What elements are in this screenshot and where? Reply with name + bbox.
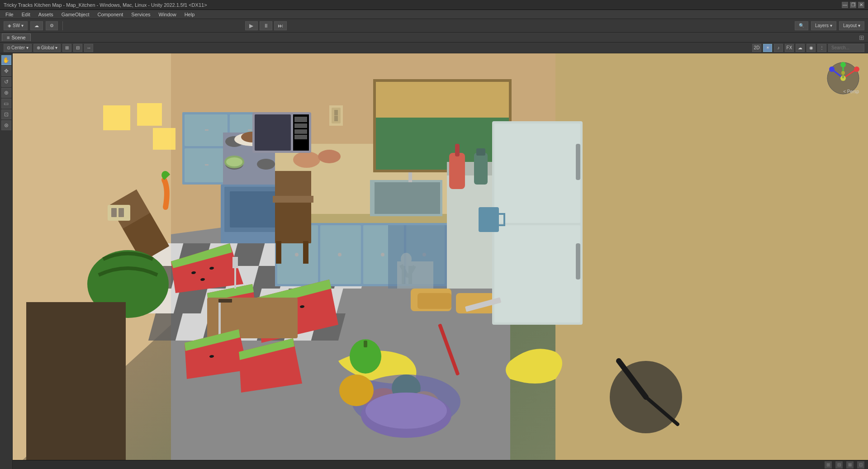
layers-button[interactable]: Layers ▾: [811, 21, 836, 30]
svg-rect-132: [474, 153, 488, 185]
svg-point-160: [365, 393, 447, 429]
scale-tool-button[interactable]: ⊕: [1, 88, 11, 98]
status-icon-3[interactable]: ⊠: [846, 461, 854, 469]
scene-toolbar-right: 2D ☀ ♪ FX ☁ ◉ ⋮: [752, 44, 864, 52]
hand-tool-button[interactable]: ✋: [1, 55, 11, 65]
svg-rect-156: [294, 135, 307, 139]
svg-rect-115: [111, 208, 117, 217]
fx-button[interactable]: FX: [785, 44, 794, 52]
svg-rect-94: [218, 300, 221, 336]
svg-rect-72: [375, 95, 510, 99]
move-tool-button[interactable]: ✥: [1, 66, 11, 76]
menu-assets[interactable]: Assets: [35, 11, 57, 18]
move-button[interactable]: ↔: [84, 44, 93, 52]
scene-viewport[interactable]: < Persp ⊞ ⊟ ⊠ ⊡: [13, 53, 868, 469]
scene-canvas: < Persp: [13, 53, 868, 469]
svg-point-137: [318, 150, 341, 163]
menu-file[interactable]: File: [2, 11, 17, 18]
menu-services[interactable]: Services: [128, 11, 154, 18]
transform-tool-button[interactable]: ⊡: [1, 109, 11, 119]
menu-edit[interactable]: Edit: [18, 11, 34, 18]
cloud-button[interactable]: ☁: [30, 21, 43, 30]
layers-label: Layers: [815, 23, 829, 28]
play-icon: ▶: [249, 23, 253, 29]
scene-toolbar-left: ⊙ Center ▾ ⊕ Global ▾ ⊞ ⊟ ↔: [4, 44, 93, 52]
search-icon: 🔍: [799, 23, 804, 28]
rotate-tool-button[interactable]: ↺: [1, 77, 11, 87]
status-icon-2[interactable]: ⊟: [835, 461, 843, 469]
more-button[interactable]: ⋮: [817, 44, 826, 52]
play-button[interactable]: ▶: [245, 21, 258, 30]
menu-component[interactable]: Component: [94, 11, 127, 18]
menu-bar: File Edit Assets GameObject Component Se…: [0, 10, 868, 19]
maximize-button[interactable]: ❐: [850, 2, 856, 8]
center-dropdown[interactable]: ⊙ Center ▾: [4, 44, 32, 52]
2d-button[interactable]: 2D: [752, 44, 761, 52]
main-toolbar: ◈ SW ▾ ☁ ⚙ ▶ ⏸ ⏭ 🔍 Layers ▾ Layout ▾: [0, 19, 868, 33]
cloud-icon: ☁: [34, 23, 39, 28]
menu-gameobject[interactable]: GameObject: [58, 11, 93, 18]
svg-rect-128: [494, 123, 580, 223]
layout-label: Layout: [843, 23, 857, 28]
search-button[interactable]: 🔍: [795, 21, 808, 30]
svg-rect-134: [479, 207, 499, 232]
svg-rect-84: [273, 196, 313, 203]
pause-button[interactable]: ⏸: [260, 21, 272, 30]
svg-rect-145: [153, 128, 175, 150]
scene-tab-expand-icon[interactable]: ⊞: [857, 34, 866, 41]
pause-icon: ⏸: [263, 23, 269, 29]
svg-point-136: [293, 152, 320, 168]
scene-svg: [13, 53, 868, 469]
audio-button[interactable]: ♪: [774, 44, 783, 52]
menu-help[interactable]: Help: [181, 11, 199, 18]
svg-rect-148: [334, 110, 338, 115]
svg-rect-106: [417, 293, 451, 309]
lighting-button[interactable]: ☀: [763, 44, 772, 52]
gizmos-icon: ◉: [809, 45, 813, 50]
svg-rect-74: [375, 104, 510, 109]
status-icon-4[interactable]: ⊡: [857, 461, 864, 469]
svg-rect-65: [375, 182, 440, 214]
scale-icon: ⊕: [4, 90, 9, 96]
gizmo-widget: < Persp: [825, 60, 861, 96]
title-text: Tricky Tracks Kitchen Map - Map_Kitchen …: [4, 2, 207, 8]
step-button[interactable]: ⏭: [274, 21, 287, 30]
svg-point-52: [226, 157, 242, 166]
close-button[interactable]: ✕: [858, 2, 864, 8]
svg-point-140: [339, 374, 374, 406]
snap-button[interactable]: ⊟: [73, 44, 82, 52]
custom-tool-button[interactable]: ⊛: [1, 120, 11, 130]
scene-view-button[interactable]: ☁: [796, 44, 805, 52]
status-icon-1[interactable]: ⊞: [825, 461, 832, 469]
settings-button[interactable]: ⚙: [46, 21, 58, 30]
svg-rect-71: [375, 90, 510, 95]
svg-point-165: [854, 66, 859, 72]
rect-tool-button[interactable]: ▭: [1, 99, 11, 109]
svg-rect-40: [248, 129, 251, 131]
grid-toggle-button[interactable]: ⊞: [62, 44, 71, 52]
scene-search-input[interactable]: [828, 44, 864, 52]
menu-window[interactable]: Window: [155, 11, 180, 18]
scene-tab[interactable]: ≡ Scene: [2, 33, 31, 41]
toolbar-right: 🔍 Layers ▾ Layout ▾: [467, 21, 864, 30]
toolbar-separator-1: [62, 21, 63, 30]
minimize-button[interactable]: —: [842, 2, 848, 8]
svg-rect-155: [294, 129, 307, 134]
svg-rect-97: [232, 257, 234, 268]
window-controls: — ❐ ✕: [842, 2, 864, 8]
svg-rect-170: [842, 75, 844, 78]
audio-icon: ♪: [778, 45, 780, 50]
svg-rect-96: [234, 257, 236, 289]
svg-point-62: [381, 253, 384, 256]
svg-rect-157: [26, 302, 126, 465]
account-button[interactable]: ◈ SW ▾: [4, 21, 28, 30]
grid-icon: ⊞: [65, 45, 69, 50]
layout-button[interactable]: Layout ▾: [839, 21, 864, 30]
account-label: SW ▾: [13, 23, 24, 28]
custom-tool-icon: ⊛: [4, 122, 9, 128]
gizmos-button[interactable]: ◉: [806, 44, 816, 52]
global-dropdown[interactable]: ⊕ Global ▾: [33, 44, 61, 52]
svg-rect-73: [375, 99, 510, 104]
svg-rect-149: [334, 116, 338, 121]
more-icon: ⋮: [820, 45, 824, 50]
